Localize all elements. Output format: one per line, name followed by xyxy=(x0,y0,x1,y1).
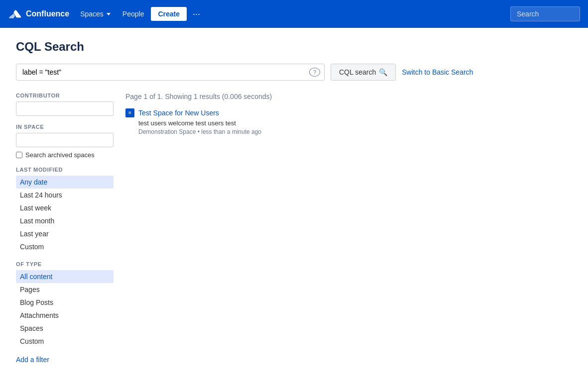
nav-spaces[interactable]: Spaces xyxy=(75,7,116,21)
top-navigation: Confluence Spaces People Create ··· xyxy=(0,0,588,28)
result-item: ≡ Test Space for New Users test users we… xyxy=(125,108,572,135)
date-option-last-24h[interactable]: Last 24 hours xyxy=(16,189,114,201)
result-title-row: ≡ Test Space for New Users xyxy=(125,108,572,117)
cql-help-icon[interactable]: ? xyxy=(309,68,320,77)
nav-search-input[interactable] xyxy=(510,6,580,21)
search-archived-checkbox-row[interactable]: Search archived spaces xyxy=(16,151,114,159)
page-title: CQL Search xyxy=(16,40,572,54)
more-options-button[interactable]: ··· xyxy=(189,6,204,22)
results-area: Page 1 of 1. Showing 1 results (0.006 se… xyxy=(125,93,572,364)
type-option-custom[interactable]: Custom xyxy=(16,335,114,348)
switch-to-basic-link[interactable]: Switch to Basic Search xyxy=(402,68,473,76)
confluence-logo[interactable]: Confluence xyxy=(8,7,69,21)
result-excerpt: test users welcome test users test xyxy=(138,119,572,127)
nav-people[interactable]: People xyxy=(118,7,149,21)
add-filter-link[interactable]: Add a filter xyxy=(16,356,114,364)
search-bar-row: ? CQL search 🔍 Switch to Basic Search xyxy=(16,64,572,81)
date-option-last-month[interactable]: Last month xyxy=(16,214,114,227)
result-title-link[interactable]: Test Space for New Users xyxy=(138,109,219,117)
cql-search-button[interactable]: CQL search 🔍 xyxy=(331,64,396,81)
last-modified-label: LAST MODIFIED xyxy=(16,167,114,173)
confluence-logo-icon xyxy=(8,7,22,21)
logo-text: Confluence xyxy=(26,9,69,18)
in-space-input[interactable] xyxy=(16,133,114,147)
body-layout: CONTRIBUTOR IN SPACE Search archived spa… xyxy=(16,93,572,364)
date-option-any-date[interactable]: Any date xyxy=(16,176,114,189)
create-button[interactable]: Create xyxy=(151,7,187,21)
date-option-last-week[interactable]: Last week xyxy=(16,201,114,214)
type-option-blog-posts[interactable]: Blog Posts xyxy=(16,296,114,309)
date-option-custom[interactable]: Custom xyxy=(16,240,114,253)
sidebar: CONTRIBUTOR IN SPACE Search archived spa… xyxy=(16,93,125,364)
in-space-filter: IN SPACE Search archived spaces xyxy=(16,124,114,159)
cql-input-wrapper: ? xyxy=(16,64,325,81)
cql-search-input[interactable] xyxy=(16,64,309,80)
result-meta: Demonstration Space • less than a minute… xyxy=(138,128,572,135)
date-option-last-year[interactable]: Last year xyxy=(16,227,114,240)
search-archived-checkbox[interactable] xyxy=(16,152,22,158)
of-type-label: OF TYPE xyxy=(16,261,114,267)
contributor-input[interactable] xyxy=(16,101,114,116)
type-option-all-content[interactable]: All content xyxy=(16,270,114,283)
type-option-attachments[interactable]: Attachments xyxy=(16,309,114,322)
results-summary: Page 1 of 1. Showing 1 results (0.006 se… xyxy=(125,93,572,100)
last-modified-filter: LAST MODIFIED Any date Last 24 hours Las… xyxy=(16,167,114,253)
type-option-pages[interactable]: Pages xyxy=(16,283,114,296)
in-space-label: IN SPACE xyxy=(16,124,114,130)
of-type-filter: OF TYPE All content Pages Blog Posts Att… xyxy=(16,261,114,348)
spaces-chevron-icon xyxy=(107,13,111,15)
search-icon: 🔍 xyxy=(379,68,387,76)
type-option-spaces[interactable]: Spaces xyxy=(16,322,114,335)
contributor-label: CONTRIBUTOR xyxy=(16,93,114,98)
contributor-filter: CONTRIBUTOR xyxy=(16,93,114,116)
result-page-icon: ≡ xyxy=(125,108,134,117)
page-content: CQL Search ? CQL search 🔍 Switch to Basi… xyxy=(0,28,588,376)
